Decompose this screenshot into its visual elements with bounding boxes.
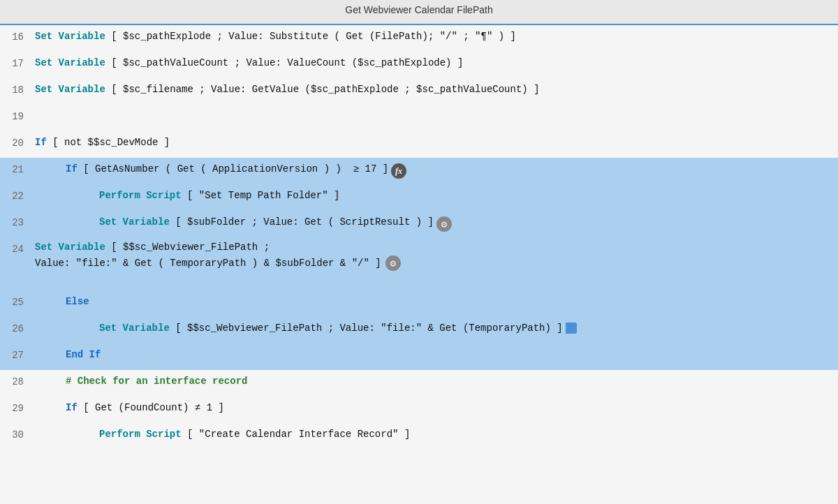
line-text: [ Get (FoundCount) ≠ 1 ] <box>78 402 224 413</box>
line-number: 29 <box>0 396 32 414</box>
line-number: 24 <box>0 237 32 255</box>
line-text: [ $sc_pathExplode ; Value: Substitute ( … <box>105 31 516 42</box>
keyword-set-variable: Set Variable <box>35 57 105 68</box>
window-title: Get Webviewer Calendar FilePath <box>345 4 492 15</box>
line-content: If [ not $$sc_DevMode ] <box>32 131 838 154</box>
line-number: 18 <box>0 78 32 96</box>
table-row: 30 Perform Script [ "Create Calendar Int… <box>0 423 838 450</box>
line-text: [ "Create Calendar Interface Record" ] <box>182 429 411 440</box>
line-content: Set Variable [ $sc_pathExplode ; Value: … <box>32 25 838 47</box>
line-content: Set Variable [ $$sc_Webviewer_FilePath ;… <box>32 237 838 275</box>
keyword-perform-script: Perform Script <box>99 190 182 201</box>
table-row: 28 # Check for an interface record <box>0 370 838 396</box>
fx-icon[interactable]: fx <box>391 163 406 179</box>
keyword-else: Else <box>66 296 89 307</box>
line-number: 23 <box>0 211 32 228</box>
line-number: 19 <box>0 105 32 122</box>
line-text: [ $$sc_Webviewer_FilePath ; <box>105 242 270 253</box>
line-text: [ $subFolder ; Value: Get ( ScriptResult… <box>170 216 434 228</box>
line-number: 22 <box>0 184 32 202</box>
keyword-end-if: End If <box>66 349 101 360</box>
table-row: 18 Set Variable [ $sc_filename ; Value: … <box>0 78 838 105</box>
line-number: 26 <box>0 317 32 334</box>
keyword-perform-script: Perform Script <box>99 429 182 440</box>
line-number: 27 <box>0 343 32 361</box>
line-content <box>32 105 838 116</box>
line-number: 21 <box>0 158 32 175</box>
code-container: 16 Set Variable [ $sc_pathExplode ; Valu… <box>0 25 838 504</box>
line-content: If [ GetAsNumber ( Get ( ApplicationVers… <box>32 158 838 184</box>
keyword-if: If <box>66 402 78 413</box>
line-content: End If <box>32 343 838 366</box>
table-row: 21 If [ GetAsNumber ( Get ( ApplicationV… <box>0 158 838 184</box>
table-row: 29 If [ Get (FoundCount) ≠ 1 ] <box>0 396 838 423</box>
table-row: 27 End If <box>0 343 838 370</box>
line-number: 17 <box>0 52 32 69</box>
scroll-indicator <box>566 323 577 334</box>
line-number: 20 <box>0 131 32 149</box>
line-content: Set Variable [ $sc_filename ; Value: Get… <box>32 78 838 101</box>
table-row: 22 Perform Script [ "Set Temp Path Folde… <box>0 184 838 211</box>
line-number: 28 <box>0 370 32 387</box>
line-text-cont: Value: "file:" & Get ( TemporaryPath ) &… <box>35 258 381 269</box>
title-bar: Get Webviewer Calendar FilePath <box>0 0 838 25</box>
keyword-set-variable: Set Variable <box>99 323 170 334</box>
line-text: [ "Set Temp Path Folder" ] <box>182 190 340 201</box>
line-text: [ GetAsNumber ( Get ( ApplicationVersion… <box>78 163 388 175</box>
line-content: Set Variable [ $$sc_Webviewer_FilePath ;… <box>32 317 838 339</box>
line-text: [ $sc_filename ; Value: GetValue ($sc_pa… <box>105 84 540 95</box>
line-content: Perform Script [ "Set Temp Path Folder" … <box>32 184 838 207</box>
gear-icon[interactable]: ⚙ <box>436 216 452 232</box>
line-text: [ $$sc_Webviewer_FilePath ; Value: "file… <box>170 323 563 334</box>
table-row: 16 Set Variable [ $sc_pathExplode ; Valu… <box>0 25 838 52</box>
line-content: Perform Script [ "Create Calendar Interf… <box>32 423 838 445</box>
line-content: Else <box>32 290 838 313</box>
gear-icon[interactable]: ⚙ <box>385 255 401 271</box>
keyword-if: If <box>66 163 78 175</box>
keyword-set-variable: Set Variable <box>99 216 170 228</box>
table-row: 26 Set Variable [ $$sc_Webviewer_FilePat… <box>0 317 838 343</box>
table-row: 23 Set Variable [ $subFolder ; Value: Ge… <box>0 211 838 237</box>
keyword-set-variable: Set Variable <box>35 31 105 42</box>
line-content: # Check for an interface record <box>32 370 838 392</box>
table-row: 19 <box>0 105 838 131</box>
line-number: 25 <box>0 290 32 308</box>
table-row: 20 If [ not $$sc_DevMode ] <box>0 131 838 158</box>
table-row: 24 Set Variable [ $$sc_Webviewer_FilePat… <box>0 237 838 290</box>
keyword-set-variable: Set Variable <box>35 84 105 95</box>
line-number: 16 <box>0 25 32 43</box>
comment-text: # Check for an interface record <box>66 376 247 387</box>
keyword-set-variable: Set Variable <box>35 242 105 253</box>
line-number: 30 <box>0 423 32 440</box>
line-text: [ $sc_pathValueCount ; Value: ValueCount… <box>105 57 463 68</box>
keyword-if: If <box>35 137 47 148</box>
line-text: [ not $$sc_DevMode ] <box>47 137 170 148</box>
line-content: Set Variable [ $sc_pathValueCount ; Valu… <box>32 52 838 74</box>
line-content: Set Variable [ $subFolder ; Value: Get (… <box>32 211 838 237</box>
line-content: If [ Get (FoundCount) ≠ 1 ] <box>32 396 838 419</box>
table-row: 25 Else <box>0 290 838 317</box>
table-row: 17 Set Variable [ $sc_pathValueCount ; V… <box>0 52 838 78</box>
